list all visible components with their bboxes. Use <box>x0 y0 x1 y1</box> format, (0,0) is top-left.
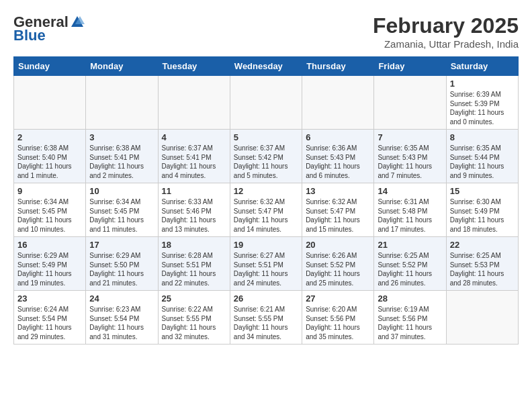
calendar-cell: 23Sunrise: 6:24 AM Sunset: 5:54 PM Dayli… <box>14 291 86 345</box>
day-number: 7 <box>378 132 442 142</box>
day-info: Sunrise: 6:34 AM Sunset: 5:45 PM Dayligh… <box>89 197 154 234</box>
calendar-title: February 2025 <box>373 13 519 38</box>
day-number: 12 <box>234 186 298 196</box>
day-info: Sunrise: 6:26 AM Sunset: 5:52 PM Dayligh… <box>306 251 370 287</box>
day-info: Sunrise: 6:20 AM Sunset: 5:56 PM Dayligh… <box>306 305 370 341</box>
day-number: 5 <box>234 132 298 142</box>
calendar-week-4: 23Sunrise: 6:24 AM Sunset: 5:54 PM Dayli… <box>14 291 519 345</box>
day-info: Sunrise: 6:38 AM Sunset: 5:40 PM Dayligh… <box>17 144 82 180</box>
logo-blue-text: Blue <box>13 27 46 44</box>
calendar-week-2: 9Sunrise: 6:34 AM Sunset: 5:45 PM Daylig… <box>14 183 519 237</box>
calendar-cell: 4Sunrise: 6:37 AM Sunset: 5:41 PM Daylig… <box>158 130 230 183</box>
calendar-week-3: 16Sunrise: 6:29 AM Sunset: 5:49 PM Dayli… <box>14 237 519 291</box>
calendar-cell: 9Sunrise: 6:34 AM Sunset: 5:45 PM Daylig… <box>14 183 86 237</box>
calendar-week-0: 1Sunrise: 6:39 AM Sunset: 5:39 PM Daylig… <box>14 76 519 130</box>
day-number: 3 <box>89 132 154 142</box>
calendar-cell: 11Sunrise: 6:33 AM Sunset: 5:46 PM Dayli… <box>158 183 230 237</box>
title-area: February 2025 Zamania, Uttar Pradesh, In… <box>373 13 519 50</box>
day-number: 4 <box>162 132 226 142</box>
day-number: 20 <box>306 240 370 250</box>
day-number: 9 <box>17 186 82 196</box>
day-info: Sunrise: 6:25 AM Sunset: 5:52 PM Dayligh… <box>378 251 442 287</box>
calendar-cell: 26Sunrise: 6:21 AM Sunset: 5:55 PM Dayli… <box>230 291 302 345</box>
calendar-cell: 5Sunrise: 6:37 AM Sunset: 5:42 PM Daylig… <box>230 130 302 183</box>
day-info: Sunrise: 6:22 AM Sunset: 5:55 PM Dayligh… <box>162 305 226 341</box>
calendar-cell: 18Sunrise: 6:28 AM Sunset: 5:51 PM Dayli… <box>158 237 230 291</box>
calendar-cell <box>86 76 158 130</box>
calendar-cell <box>302 76 374 130</box>
day-info: Sunrise: 6:21 AM Sunset: 5:55 PM Dayligh… <box>234 305 298 341</box>
col-tuesday: Tuesday <box>158 57 230 76</box>
day-info: Sunrise: 6:36 AM Sunset: 5:43 PM Dayligh… <box>306 144 370 180</box>
day-number: 28 <box>378 293 442 304</box>
day-info: Sunrise: 6:32 AM Sunset: 5:47 PM Dayligh… <box>306 197 370 234</box>
day-info: Sunrise: 6:30 AM Sunset: 5:49 PM Dayligh… <box>450 197 515 234</box>
day-number: 2 <box>17 132 82 142</box>
day-number: 21 <box>378 240 442 250</box>
day-number: 8 <box>450 132 515 142</box>
calendar-cell: 12Sunrise: 6:32 AM Sunset: 5:47 PM Dayli… <box>230 183 302 237</box>
day-number: 6 <box>306 132 370 142</box>
col-sunday: Sunday <box>14 57 86 76</box>
col-wednesday: Wednesday <box>230 57 302 76</box>
day-info: Sunrise: 6:27 AM Sunset: 5:51 PM Dayligh… <box>234 251 298 287</box>
calendar-cell: 15Sunrise: 6:30 AM Sunset: 5:49 PM Dayli… <box>446 183 518 237</box>
calendar-cell: 28Sunrise: 6:19 AM Sunset: 5:56 PM Dayli… <box>374 291 446 345</box>
calendar-cell: 2Sunrise: 6:38 AM Sunset: 5:40 PM Daylig… <box>14 130 86 183</box>
calendar-cell: 13Sunrise: 6:32 AM Sunset: 5:47 PM Dayli… <box>302 183 374 237</box>
logo-icon <box>70 15 85 30</box>
day-number: 24 <box>89 293 154 304</box>
day-number: 1 <box>450 79 515 89</box>
day-number: 23 <box>17 293 82 304</box>
calendar-cell <box>374 76 446 130</box>
day-info: Sunrise: 6:34 AM Sunset: 5:45 PM Dayligh… <box>17 197 82 234</box>
day-info: Sunrise: 6:25 AM Sunset: 5:53 PM Dayligh… <box>450 251 515 287</box>
calendar-cell: 19Sunrise: 6:27 AM Sunset: 5:51 PM Dayli… <box>230 237 302 291</box>
day-info: Sunrise: 6:33 AM Sunset: 5:46 PM Dayligh… <box>162 197 226 234</box>
day-info: Sunrise: 6:24 AM Sunset: 5:54 PM Dayligh… <box>17 305 82 341</box>
calendar-cell: 1Sunrise: 6:39 AM Sunset: 5:39 PM Daylig… <box>446 76 518 130</box>
day-info: Sunrise: 6:19 AM Sunset: 5:56 PM Dayligh… <box>378 305 442 341</box>
calendar-cell: 16Sunrise: 6:29 AM Sunset: 5:49 PM Dayli… <box>14 237 86 291</box>
day-info: Sunrise: 6:35 AM Sunset: 5:44 PM Dayligh… <box>450 144 515 180</box>
calendar-cell <box>446 291 518 345</box>
calendar-cell <box>14 76 86 130</box>
day-number: 15 <box>450 186 515 196</box>
day-info: Sunrise: 6:35 AM Sunset: 5:43 PM Dayligh… <box>378 144 442 180</box>
day-number: 27 <box>306 293 370 304</box>
day-number: 17 <box>89 240 154 250</box>
calendar-cell: 20Sunrise: 6:26 AM Sunset: 5:52 PM Dayli… <box>302 237 374 291</box>
col-thursday: Thursday <box>302 57 374 76</box>
logo: General Blue <box>13 13 85 44</box>
calendar-cell: 25Sunrise: 6:22 AM Sunset: 5:55 PM Dayli… <box>158 291 230 345</box>
calendar-table: Sunday Monday Tuesday Wednesday Thursday… <box>13 56 519 345</box>
calendar-cell: 21Sunrise: 6:25 AM Sunset: 5:52 PM Dayli… <box>374 237 446 291</box>
day-info: Sunrise: 6:23 AM Sunset: 5:54 PM Dayligh… <box>89 305 154 341</box>
day-info: Sunrise: 6:29 AM Sunset: 5:50 PM Dayligh… <box>89 251 154 287</box>
calendar-cell: 17Sunrise: 6:29 AM Sunset: 5:50 PM Dayli… <box>86 237 158 291</box>
col-friday: Friday <box>374 57 446 76</box>
day-info: Sunrise: 6:37 AM Sunset: 5:41 PM Dayligh… <box>162 144 226 180</box>
day-number: 26 <box>234 293 298 304</box>
day-info: Sunrise: 6:38 AM Sunset: 5:41 PM Dayligh… <box>89 144 154 180</box>
header: General Blue February 2025 Zamania, Utta… <box>13 13 519 50</box>
day-info: Sunrise: 6:31 AM Sunset: 5:48 PM Dayligh… <box>378 197 442 234</box>
day-number: 18 <box>162 240 226 250</box>
calendar-cell: 27Sunrise: 6:20 AM Sunset: 5:56 PM Dayli… <box>302 291 374 345</box>
calendar-cell: 14Sunrise: 6:31 AM Sunset: 5:48 PM Dayli… <box>374 183 446 237</box>
day-number: 19 <box>234 240 298 250</box>
calendar-cell: 8Sunrise: 6:35 AM Sunset: 5:44 PM Daylig… <box>446 130 518 183</box>
calendar-cell: 22Sunrise: 6:25 AM Sunset: 5:53 PM Dayli… <box>446 237 518 291</box>
calendar-subtitle: Zamania, Uttar Pradesh, India <box>373 38 519 50</box>
calendar-cell: 10Sunrise: 6:34 AM Sunset: 5:45 PM Dayli… <box>86 183 158 237</box>
day-info: Sunrise: 6:32 AM Sunset: 5:47 PM Dayligh… <box>234 197 298 234</box>
calendar-cell <box>158 76 230 130</box>
calendar-cell: 7Sunrise: 6:35 AM Sunset: 5:43 PM Daylig… <box>374 130 446 183</box>
col-monday: Monday <box>86 57 158 76</box>
day-info: Sunrise: 6:28 AM Sunset: 5:51 PM Dayligh… <box>162 251 226 287</box>
header-row: Sunday Monday Tuesday Wednesday Thursday… <box>14 57 519 76</box>
calendar-week-1: 2Sunrise: 6:38 AM Sunset: 5:40 PM Daylig… <box>14 130 519 183</box>
day-number: 16 <box>17 240 82 250</box>
day-number: 10 <box>89 186 154 196</box>
day-number: 13 <box>306 186 370 196</box>
